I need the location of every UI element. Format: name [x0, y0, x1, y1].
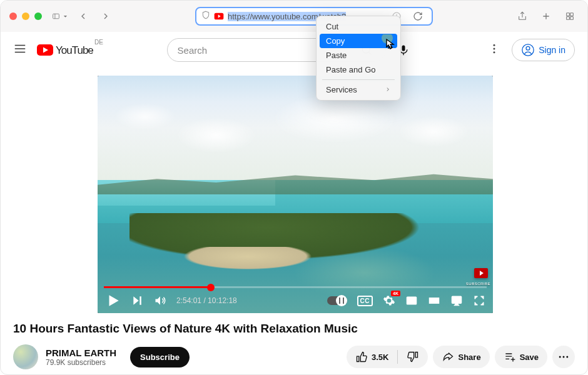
svg-rect-8 [570, 13, 574, 16]
airplay-button[interactable] [450, 294, 463, 307]
window-controls [9, 12, 42, 20]
dislike-button[interactable] [398, 346, 428, 368]
subscribe-button[interactable]: Subscribe [130, 347, 190, 368]
svg-point-37 [559, 356, 561, 358]
more-options-icon[interactable] [488, 42, 500, 58]
channel-info: PRIMAL EARTH 79.9K subscribers [46, 348, 116, 367]
settings-button[interactable]: 4K [383, 294, 395, 307]
context-paste[interactable]: Paste [320, 48, 397, 62]
fullscreen-button[interactable] [473, 294, 485, 307]
more-actions-button[interactable] [552, 346, 575, 368]
sidebar-toggle[interactable] [52, 8, 69, 25]
autoplay-toggle[interactable] [327, 296, 347, 305]
youtube-logo[interactable]: YouTube DE [37, 42, 93, 58]
context-separator [322, 79, 395, 80]
save-button[interactable]: Save [495, 346, 547, 368]
svg-rect-10 [570, 17, 574, 20]
share-pill: Share [433, 346, 489, 368]
video-title: 10 Hours Fantastic Views of Nature 4K wi… [13, 322, 575, 336]
quality-badge: 4K [391, 291, 400, 296]
forward-button[interactable] [97, 8, 114, 25]
context-paste-and-go[interactable]: Paste and Go [320, 62, 397, 77]
svg-rect-29 [412, 301, 415, 303]
next-button[interactable] [131, 294, 144, 307]
ellipsis-icon [557, 351, 570, 363]
region-label: DE [94, 39, 103, 46]
share-video-button[interactable]: Share [433, 346, 489, 368]
theater-button[interactable] [428, 294, 440, 307]
new-tab-button[interactable] [537, 8, 555, 25]
save-pill: Save [495, 346, 547, 368]
svg-text:YouTube: YouTube [56, 44, 93, 56]
time-display: 2:54:01 / 10:12:18 [176, 296, 237, 305]
user-icon [521, 43, 535, 57]
channel-name[interactable]: PRIMAL EARTH [46, 348, 116, 358]
privacy-shield-icon[interactable] [201, 11, 210, 22]
svg-point-24 [494, 48, 495, 50]
share-icon [442, 351, 454, 363]
menu-icon[interactable] [13, 42, 27, 58]
like-dislike-pill: 3.5K [347, 346, 428, 368]
playlist-add-icon [504, 351, 516, 363]
subscribe-overlay-label: SUBSCRIBE [466, 282, 490, 286]
svg-point-27 [526, 46, 530, 50]
channel-avatar[interactable] [13, 344, 38, 369]
thumbs-up-icon [355, 351, 368, 363]
youtube-header: YouTube DE Search Sign in [1, 32, 587, 68]
like-button[interactable]: 3.5K [347, 346, 397, 368]
captions-button[interactable]: CC [357, 296, 373, 306]
close-window[interactable] [9, 12, 17, 20]
minimize-window[interactable] [22, 12, 29, 20]
svg-rect-30 [430, 298, 439, 303]
player-area: SUBSCRIBE 2:54:01 / 10:12:18 CC 4K [1, 68, 587, 313]
subscriber-count: 79.9K subscribers [46, 358, 116, 367]
youtube-favicon [214, 11, 224, 21]
play-button[interactable] [105, 292, 121, 309]
svg-point-23 [494, 44, 495, 46]
signin-button[interactable]: Sign in [512, 39, 575, 61]
context-services[interactable]: Services [320, 82, 397, 97]
video-info: 10 Hours Fantastic Views of Nature 4K wi… [1, 313, 587, 369]
svg-point-38 [563, 356, 565, 358]
video-player[interactable]: SUBSCRIBE 2:54:01 / 10:12:18 CC 4K [98, 76, 493, 313]
context-copy[interactable]: Copy [320, 34, 397, 48]
subscribe-overlay-icon[interactable] [474, 268, 488, 278]
maximize-window[interactable] [34, 12, 42, 20]
video-meta-row: PRIMAL EARTH 79.9K subscribers Subscribe… [13, 344, 575, 369]
browser-toolbar: https://www.youtube.com/watch? [1, 1, 587, 32]
miniplayer-button[interactable] [405, 294, 418, 307]
thumbs-down-icon [407, 351, 419, 363]
svg-rect-9 [567, 17, 570, 20]
tab-overview-button[interactable] [561, 8, 579, 25]
context-menu: Cut Copy Paste Paste and Go Services [316, 16, 401, 101]
context-cut[interactable]: Cut [320, 19, 397, 34]
svg-rect-0 [53, 14, 59, 19]
share-button[interactable] [514, 8, 531, 25]
svg-rect-7 [567, 13, 570, 16]
video-frame [98, 76, 493, 313]
svg-point-25 [494, 51, 495, 53]
volume-button[interactable] [154, 294, 166, 307]
svg-point-39 [566, 356, 568, 358]
chevron-right-icon [385, 85, 391, 94]
back-button[interactable] [74, 8, 92, 25]
video-actions: 3.5K Share Save [347, 346, 575, 368]
reload-button[interactable] [409, 8, 427, 25]
player-controls: 2:54:01 / 10:12:18 CC 4K [98, 288, 493, 313]
